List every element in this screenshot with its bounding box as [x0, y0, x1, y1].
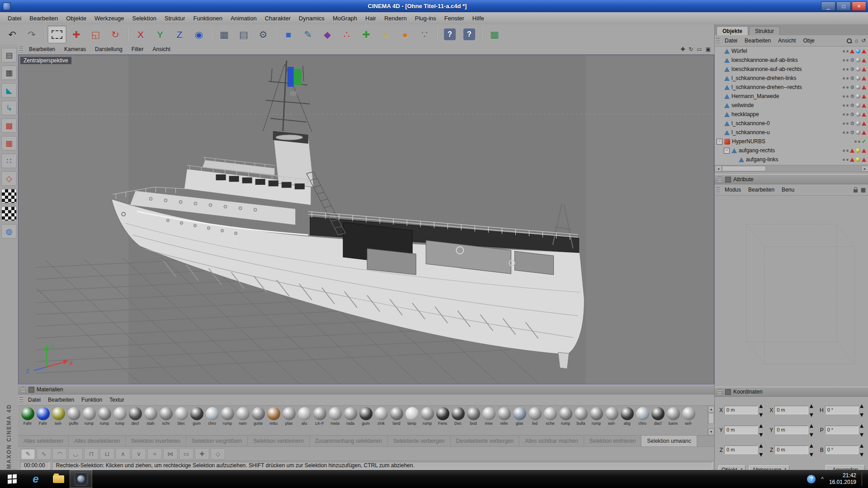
sphere-tag-icon[interactable]	[856, 121, 860, 126]
texture-icon[interactable]: ▩	[1, 118, 17, 133]
spin-down-icon[interactable]: ▾	[759, 410, 764, 419]
expression-tag-icon[interactable]: ⚙	[850, 130, 854, 135]
selection-alles-sichtbar-machen[interactable]: Alles sichtbar machen	[519, 436, 584, 446]
render-view-icon[interactable]: ▦	[215, 25, 234, 43]
help-bubble-icon[interactable]: ?	[807, 475, 816, 483]
tri-tag-icon[interactable]	[850, 49, 854, 53]
materials-menu-textur[interactable]: Textur	[106, 396, 128, 404]
modeling-tool-icon-10[interactable]: ⋈	[163, 448, 178, 460]
material-29-bod[interactable]: bod	[466, 407, 481, 435]
editor-visibility-dot[interactable]	[843, 68, 845, 70]
material-30-inne[interactable]: inne	[481, 407, 496, 435]
modeling-tool-icon-1[interactable]: ✎	[21, 448, 35, 460]
material-40-chro[interactable]: chro	[635, 407, 650, 435]
material-27-fens[interactable]: Fens	[435, 407, 450, 435]
expression-tag-icon[interactable]: ⚙	[850, 94, 854, 99]
object-row-würfel[interactable]: Würfel	[715, 47, 868, 56]
editor-visibility-dot[interactable]	[843, 95, 845, 98]
render-visibility-dot[interactable]	[846, 104, 849, 107]
spin-up-icon[interactable]: ▴	[860, 401, 865, 410]
spin-down-icon[interactable]: ▾	[860, 450, 865, 459]
scroll-thumb[interactable]	[722, 166, 766, 171]
editor-visibility-dot[interactable]	[843, 50, 845, 52]
render-picture-viewer-icon[interactable]: ▤	[234, 25, 253, 43]
render-visibility-dot[interactable]	[846, 159, 849, 161]
expression-tag-icon[interactable]: ⚙	[850, 112, 854, 117]
expression-tag-icon[interactable]: ⚙	[850, 76, 854, 81]
material-17-plas[interactable]: plas	[281, 407, 297, 435]
material-18-alu[interactable]: alu	[297, 407, 312, 435]
om-menu-obje[interactable]: Obje	[799, 37, 818, 45]
viewport-layout-icon[interactable]: ▤	[1, 48, 17, 62]
show-desktop-button[interactable]	[862, 472, 865, 486]
material-41-dacl[interactable]: dacl	[650, 407, 665, 435]
points-mode-icon[interactable]: ∷	[1, 154, 17, 168]
object-row-hermann-marwede[interactable]: Hermann_Marwede⚙	[715, 92, 868, 101]
close-button[interactable]: ×	[852, 1, 866, 11]
menu-funktionen[interactable]: Funktionen	[189, 13, 226, 23]
material-11-gum[interactable]: gum	[189, 407, 204, 435]
deformer-icon[interactable]: ×	[376, 25, 395, 43]
maximize-button[interactable]: □	[836, 1, 851, 11]
viewport-menu-darstellung[interactable]: Darstellung	[90, 45, 127, 53]
modeling-tool-icon-3[interactable]: ◠	[52, 448, 67, 460]
om-menu-ansicht[interactable]: Ansicht	[774, 37, 799, 45]
material-15-gurte[interactable]: gurte	[250, 407, 266, 435]
material-32-glas[interactable]: glas	[512, 407, 527, 435]
coord-spinner[interactable]: ▴▾	[860, 421, 865, 439]
spin-up-icon[interactable]: ▴	[759, 421, 764, 430]
material-16-rettu[interactable]: rettu	[266, 407, 281, 435]
tri-tag-icon[interactable]	[862, 113, 866, 117]
spin-down-icon[interactable]: ▾	[860, 430, 865, 439]
spin-up-icon[interactable]: ▴	[759, 401, 764, 410]
material-5-rump[interactable]: rump	[97, 407, 112, 435]
material-10-blec[interactable]: blec	[174, 407, 189, 435]
tri-tag-icon[interactable]	[862, 67, 866, 71]
toggle-view-icon[interactable]: ▣	[706, 46, 711, 52]
spin-down-icon[interactable]: ▾	[759, 450, 764, 459]
object-row-heckklappe[interactable]: heckklappe⚙	[715, 110, 868, 119]
render-visibility-dot[interactable]	[846, 113, 849, 116]
sphere-tag-icon[interactable]	[856, 58, 860, 62]
sphere-tag-icon[interactable]	[856, 94, 860, 99]
material-28-dec[interactable]: Dec	[450, 407, 466, 435]
attr-menu-modus[interactable]: Modus	[721, 186, 745, 194]
menu-hair[interactable]: Hair	[361, 13, 380, 23]
spin-up-icon[interactable]: ▴	[759, 441, 764, 450]
material-20-meta[interactable]: meta	[327, 407, 343, 435]
taskbar-explorer-button[interactable]	[47, 470, 70, 488]
spline-pen-icon[interactable]: ✎	[298, 25, 317, 43]
material-24-land[interactable]: land	[389, 407, 404, 435]
spin-up-icon[interactable]: ▴	[860, 421, 865, 430]
editor-visibility-dot[interactable]	[843, 150, 845, 152]
scale-tool-icon[interactable]: ◱	[86, 25, 105, 43]
texture-axis-icon[interactable]: ▦	[1, 136, 17, 150]
viewport-view-label[interactable]: Zentralperspektive	[20, 57, 71, 64]
materials-menu-funktion[interactable]: Funktion	[78, 396, 106, 404]
panel-grip[interactable]	[718, 389, 722, 395]
spin-up-icon[interactable]: ▴	[810, 441, 815, 450]
modeling-tool-icon-13[interactable]: ◇	[211, 448, 225, 460]
help-icon[interactable]: ?	[440, 25, 459, 43]
coord-spinner[interactable]: ▴▾	[759, 401, 764, 419]
reset-view-icon[interactable]: ↺	[861, 38, 866, 43]
expander-icon[interactable]: −	[717, 139, 722, 145]
tri-tag-icon[interactable]	[862, 103, 866, 108]
texture-sphere-icon[interactable]: ◍	[1, 224, 17, 239]
material-23-zink[interactable]: zink	[373, 407, 389, 435]
move-tool-icon[interactable]: ✚	[67, 25, 86, 43]
viewport-menu-filter[interactable]: Filter	[127, 45, 148, 53]
scroll-down-icon[interactable]: ▾	[708, 428, 714, 435]
tab-objekte[interactable]: Objekte	[717, 26, 748, 35]
expression-tag-icon[interactable]: ⚙	[850, 58, 854, 63]
sphere-tag-icon[interactable]	[856, 85, 860, 89]
coord-value-input[interactable]: 0 m	[774, 406, 808, 414]
sphere-tag-icon[interactable]	[856, 130, 860, 135]
editor-visibility-dot[interactable]	[843, 159, 845, 161]
menu-werkzeuge[interactable]: Werkzeuge	[90, 13, 128, 23]
tri-tag-icon[interactable]	[862, 131, 866, 135]
modeling-tool-icon-6[interactable]: ⊔	[100, 448, 114, 460]
undo-icon[interactable]: ↶	[3, 25, 22, 43]
coord-spinner[interactable]: ▴▾	[810, 401, 815, 419]
modeling-tool-icon-7[interactable]: ∧	[116, 448, 130, 460]
